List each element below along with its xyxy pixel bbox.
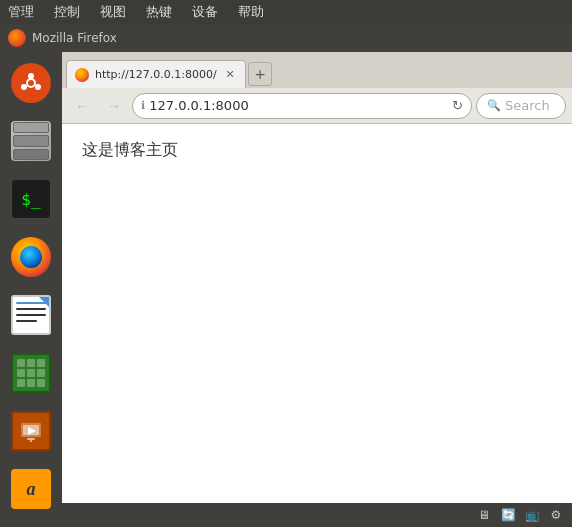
forward-button[interactable]: →: [100, 92, 128, 120]
svg-rect-9: [30, 440, 32, 442]
search-icon: 🔍: [487, 99, 501, 112]
taskbar-item-impress[interactable]: [4, 404, 58, 458]
svg-point-3: [21, 84, 27, 90]
tab-favicon: [75, 68, 89, 82]
tab-close-button[interactable]: ✕: [223, 68, 237, 82]
back-button[interactable]: ←: [68, 92, 96, 120]
firefox-icon: [11, 237, 51, 277]
menu-item-help[interactable]: 帮助: [234, 1, 268, 23]
taskbar-item-amazon[interactable]: a: [4, 462, 58, 516]
info-icon: ℹ: [141, 99, 145, 112]
display-icon[interactable]: 📺: [522, 505, 542, 525]
amazon-icon: a: [11, 469, 51, 509]
url-text[interactable]: 127.0.0.1:8000: [149, 98, 448, 113]
svg-rect-8: [27, 438, 35, 440]
taskbar-item-ubuntu[interactable]: [4, 56, 58, 110]
svg-point-2: [35, 84, 41, 90]
title-bar: Mozilla Firefox: [0, 24, 572, 52]
clock-icon[interactable]: 🔄: [498, 505, 518, 525]
search-bar[interactable]: 🔍 Search: [476, 93, 566, 119]
taskbar-item-files[interactable]: [4, 114, 58, 168]
files-icon: [11, 121, 51, 161]
menu-item-devices[interactable]: 设备: [188, 1, 222, 23]
taskbar-arrow-ubuntu: [50, 77, 58, 89]
network-icon[interactable]: 🖥: [474, 505, 494, 525]
menu-item-view[interactable]: 视图: [96, 1, 130, 23]
browser-area: $_: [0, 52, 572, 527]
status-bar: 🖥 🔄 📺 ⚙: [62, 503, 572, 527]
nav-bar: ← → ℹ 127.0.0.1:8000 ↻ 🔍 Search: [62, 88, 572, 124]
page-heading: 这是博客主页: [82, 140, 178, 159]
url-bar[interactable]: ℹ 127.0.0.1:8000 ↻: [132, 93, 472, 119]
menu-bar: 管理 控制 视图 热键 设备 帮助: [0, 0, 572, 24]
page-content: 这是博客主页: [62, 124, 572, 503]
new-tab-button[interactable]: +: [248, 62, 272, 86]
impress-icon: [11, 411, 51, 451]
browser-chrome: http://127.0.0.1:8000/ ✕ + ← → ℹ 127.0.0…: [62, 52, 572, 527]
search-placeholder: Search: [505, 98, 550, 113]
reload-button[interactable]: ↻: [452, 98, 463, 113]
menu-item-manage[interactable]: 管理: [4, 1, 38, 23]
taskbar-item-writer[interactable]: [4, 288, 58, 342]
menu-item-hotkeys[interactable]: 热键: [142, 1, 176, 23]
tabs-bar: http://127.0.0.1:8000/ ✕ +: [62, 52, 572, 88]
taskbar-item-terminal[interactable]: $_: [4, 172, 58, 226]
writer-icon: [11, 295, 51, 335]
window-title: Mozilla Firefox: [32, 31, 117, 45]
session-icon[interactable]: ⚙: [546, 505, 566, 525]
terminal-icon: $_: [11, 179, 51, 219]
taskbar-item-firefox[interactable]: [4, 230, 58, 284]
taskbar: $_: [0, 52, 62, 527]
tab-label: http://127.0.0.1:8000/: [95, 68, 217, 81]
calc-icon: [11, 353, 51, 393]
active-tab[interactable]: http://127.0.0.1:8000/ ✕: [66, 60, 246, 88]
menu-item-control[interactable]: 控制: [50, 1, 84, 23]
ubuntu-icon: [11, 63, 51, 103]
taskbar-item-calc[interactable]: [4, 346, 58, 400]
firefox-title-icon: [8, 29, 26, 47]
